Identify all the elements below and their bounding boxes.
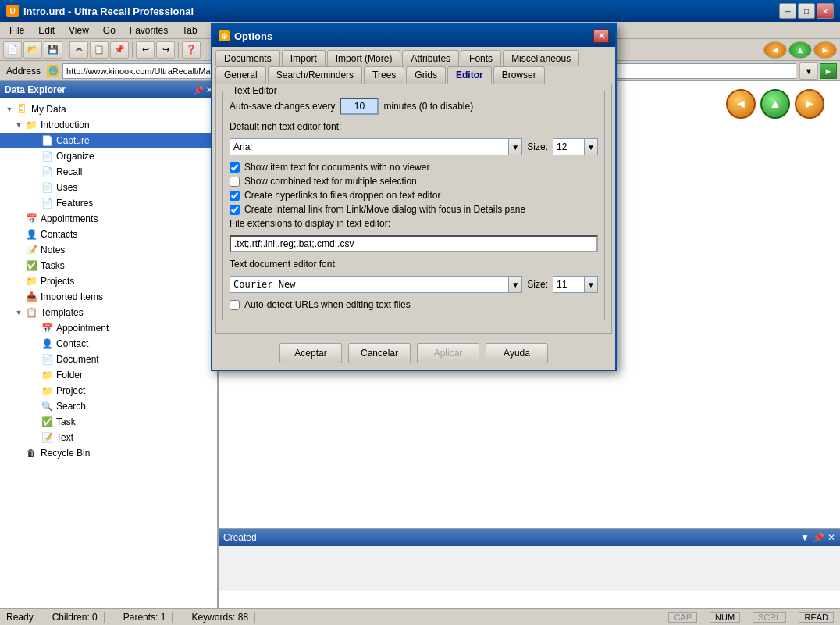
expand-introduction[interactable]: ▼ (12, 119, 25, 131)
tab-browser[interactable]: Browser (493, 66, 545, 84)
tree-item-recycle-bin[interactable]: 🗑 Recycle Bin (0, 445, 217, 461)
tree-item-projects[interactable]: 📁 Projects (0, 273, 217, 289)
extensions-input[interactable] (230, 235, 598, 252)
apply-button[interactable]: Aplicar (417, 343, 479, 363)
tree-item-contact-tpl[interactable]: 👤 Contact (0, 336, 217, 352)
item-label-projects: Projects (41, 276, 74, 287)
textdoc-font-dropdown-btn[interactable]: ▼ (508, 276, 522, 293)
accept-button[interactable]: Aceptar (279, 343, 342, 363)
tree-item-document-tpl[interactable]: 📄 Document (0, 352, 217, 367)
tree-item-features[interactable]: 📄 Features (0, 195, 217, 211)
tab-miscellaneous[interactable]: Miscellaneous (503, 50, 579, 66)
checkbox2[interactable] (230, 177, 240, 187)
tree-item-folder-tpl[interactable]: 📁 Folder (0, 367, 217, 383)
checkbox1[interactable] (230, 162, 240, 173)
menu-file[interactable]: File (3, 23, 30, 38)
redo-btn[interactable]: ↪ (156, 41, 175, 59)
forward-button[interactable]: ► (795, 89, 824, 119)
cut-btn[interactable]: ✂ (69, 41, 88, 59)
back-button[interactable]: ◄ (726, 89, 756, 119)
home-nav-btn[interactable]: ▲ (788, 41, 812, 59)
font-select[interactable] (230, 138, 508, 155)
checkbox2-label[interactable]: Show combined text for multiple selectio… (244, 176, 417, 187)
save-btn[interactable]: 💾 (44, 41, 62, 59)
copy-btn[interactable]: 📋 (90, 41, 109, 59)
import-icon: 📥 (25, 291, 37, 303)
textdoc-font-select[interactable] (230, 276, 508, 293)
tab-fonts[interactable]: Fonts (461, 50, 501, 66)
tab-import-more[interactable]: Import (More) (327, 50, 401, 66)
tree-item-organize[interactable]: 📄 Organize (0, 148, 217, 164)
checkbox1-label[interactable]: Show item text for documents with no vie… (244, 162, 429, 173)
tree-item-appointment-tpl[interactable]: 📅 Appointment (0, 320, 217, 336)
sep2 (132, 42, 133, 58)
close-button[interactable]: ✕ (817, 3, 834, 19)
checkbox3-label[interactable]: Create hyperlinks to files dropped on te… (244, 190, 440, 201)
pin-icon[interactable]: 📌 (194, 86, 203, 95)
tab-attributes[interactable]: Attributes (402, 50, 459, 66)
status-ready: Ready (6, 612, 34, 623)
tab-documents[interactable]: Documents (215, 50, 280, 66)
checkbox5-label[interactable]: Auto-detect URLs when editing text files (244, 299, 411, 310)
tree-item-introduction[interactable]: ▼ 📁 Introduction (0, 117, 217, 133)
tree-item-appointments[interactable]: 📅 Appointments (0, 211, 217, 227)
address-dropdown-btn[interactable]: ▼ (799, 62, 818, 80)
tree-item-notes[interactable]: 📝 Notes (0, 242, 217, 258)
font-dropdown-btn[interactable]: ▼ (508, 138, 522, 155)
tab-grids[interactable]: Grids (406, 66, 446, 84)
cap-indicator: CAP (668, 612, 697, 623)
checkbox4-label[interactable]: Create internal link from Link/Move dial… (244, 204, 525, 215)
minimize-button[interactable]: ─ (779, 3, 796, 19)
paste-btn[interactable]: 📌 (110, 41, 129, 59)
autosave-input[interactable] (340, 98, 379, 115)
properties-dropdown-icon[interactable]: ▼ (800, 532, 810, 543)
tree-item-uses[interactable]: 📄 Uses (0, 180, 217, 195)
tab-import[interactable]: Import (282, 50, 326, 66)
undo-btn[interactable]: ↩ (136, 41, 155, 59)
tree-item-imported-items[interactable]: 📥 Imported Items (0, 289, 217, 305)
address-go-button[interactable]: ► (820, 63, 837, 79)
expand-my-data[interactable]: ▼ (3, 103, 16, 116)
dialog-close-button[interactable]: ✕ (593, 29, 609, 43)
tree-item-text-tpl[interactable]: 📝 Text (0, 430, 217, 445)
tree-item-capture[interactable]: 📄 Capture (0, 133, 217, 148)
menu-go[interactable]: Go (97, 23, 122, 38)
tab-trees[interactable]: Trees (364, 66, 404, 84)
menu-tab[interactable]: Tab (176, 23, 203, 38)
checkbox3[interactable] (230, 191, 240, 201)
menu-view[interactable]: View (62, 23, 95, 38)
checkbox4[interactable] (230, 205, 240, 215)
back-nav-btn[interactable]: ◄ (763, 41, 787, 59)
tree-item-my-data[interactable]: ▼ 🗄 My Data (0, 102, 217, 117)
tree-item-project-tpl[interactable]: 📁 Project (0, 383, 217, 398)
properties-pin-icon[interactable]: 📌 (813, 532, 824, 543)
maximize-button[interactable]: □ (798, 3, 815, 19)
tree-item-tasks[interactable]: ✅ Tasks (0, 258, 217, 273)
menu-favorites[interactable]: Favorites (123, 23, 174, 38)
help-btn[interactable]: ❓ (182, 41, 201, 59)
tab-search-reminders[interactable]: Search/Reminders (268, 66, 362, 84)
expand-templates[interactable]: ▼ (12, 306, 25, 319)
checkbox5[interactable] (230, 300, 240, 310)
tab-editor[interactable]: Editor (447, 66, 492, 84)
open-btn[interactable]: 📂 (23, 41, 42, 59)
new-btn[interactable]: 📄 (3, 41, 22, 59)
tree-item-contacts[interactable]: 👤 Contacts (0, 227, 217, 242)
tree-item-recall[interactable]: 📄 Recall (0, 164, 217, 180)
textdoc-size-dropdown-btn[interactable]: ▼ (584, 276, 598, 293)
forward-nav-btn[interactable]: ► (813, 41, 837, 59)
font-size-select[interactable] (553, 138, 584, 155)
cancel-button[interactable]: Cancelar (348, 343, 411, 363)
menu-edit[interactable]: Edit (32, 23, 61, 38)
doc-icon: 📄 (41, 197, 53, 209)
help-dialog-button[interactable]: Ayuda (486, 343, 548, 363)
tab-general[interactable]: General (215, 66, 266, 84)
tree-item-templates[interactable]: ▼ 📋 Templates (0, 305, 217, 320)
font-size-dropdown-btn[interactable]: ▼ (584, 138, 598, 155)
tree-item-task-tpl[interactable]: ✅ Task (0, 414, 217, 430)
properties-close-icon[interactable]: ✕ (828, 532, 835, 543)
textdoc-size-select[interactable] (553, 276, 584, 293)
home-button[interactable]: ▲ (760, 89, 790, 119)
nav-buttons: ◄ ▲ ► (726, 89, 824, 119)
tree-item-search-tpl[interactable]: 🔍 Search (0, 398, 217, 414)
